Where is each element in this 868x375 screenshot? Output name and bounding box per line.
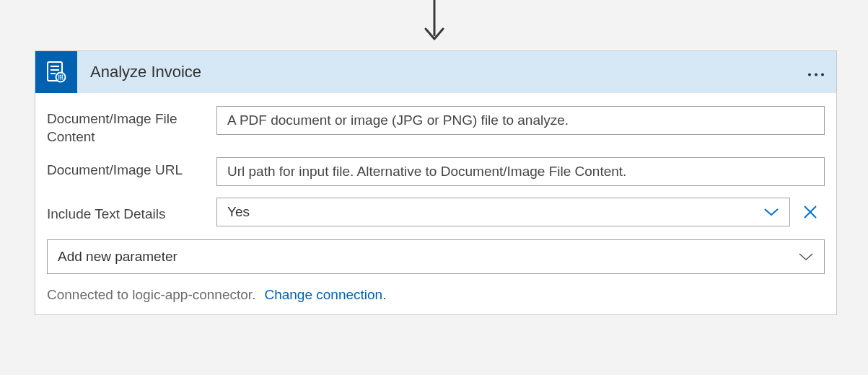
card-header[interactable]: Analyze Invoice (35, 51, 836, 93)
more-options-button[interactable] (807, 64, 825, 81)
svg-point-12 (58, 79, 60, 80)
add-new-parameter-label: Add new parameter (58, 249, 177, 265)
chevron-down-icon (763, 207, 779, 217)
svg-point-14 (62, 79, 63, 80)
svg-point-17 (821, 74, 824, 76)
card-body: Document/Image File Content Document/Ima… (35, 93, 836, 314)
svg-point-8 (62, 76, 63, 78)
connected-to-text: Connected to logic-app-connector. (47, 287, 255, 303)
url-input[interactable] (216, 157, 825, 186)
analyze-invoice-card: Analyze Invoice Document/Image File Cont… (35, 50, 837, 315)
connection-footer: Connected to logic-app-connector. Change… (47, 287, 825, 303)
url-row: Document/Image URL (47, 157, 825, 186)
include-text-details-select[interactable]: Yes (216, 198, 790, 226)
flow-arrow-down (420, 0, 449, 45)
include-text-details-label: Include Text Details (47, 201, 216, 224)
file-content-row: Document/Image File Content (47, 106, 825, 146)
form-recognizer-icon (35, 51, 77, 93)
svg-point-13 (60, 79, 61, 80)
svg-point-6 (58, 76, 60, 78)
clear-include-text-details-button[interactable] (796, 204, 825, 220)
change-connection-link[interactable]: Change connection. (264, 287, 386, 303)
include-text-details-row: Include Text Details Yes (47, 198, 825, 226)
add-new-parameter-select[interactable]: Add new parameter (47, 239, 825, 274)
file-content-label: Document/Image File Content (47, 106, 216, 146)
file-content-input[interactable] (216, 106, 825, 135)
svg-point-7 (60, 76, 61, 78)
svg-point-10 (60, 75, 61, 76)
svg-point-9 (58, 75, 60, 76)
svg-point-16 (815, 74, 817, 76)
svg-point-11 (62, 75, 63, 76)
include-text-details-value: Yes (227, 204, 250, 220)
svg-point-15 (808, 74, 811, 76)
url-label: Document/Image URL (47, 157, 216, 180)
chevron-down-icon (798, 252, 814, 262)
close-icon (802, 204, 818, 220)
card-title: Analyze Invoice (90, 63, 201, 81)
